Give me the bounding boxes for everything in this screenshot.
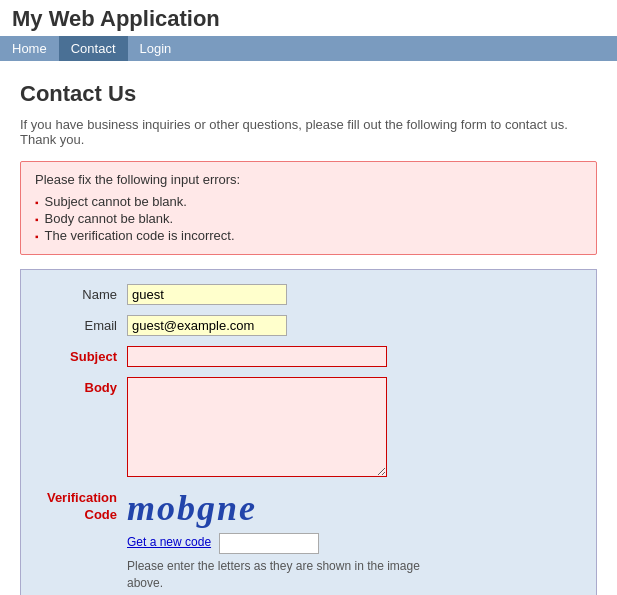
subject-label: Subject [37, 346, 127, 364]
subject-input[interactable] [127, 346, 387, 367]
name-row: Name [37, 284, 580, 305]
main-content: Contact Us If you have business inquirie… [0, 61, 617, 595]
nav-contact[interactable]: Contact [59, 36, 128, 61]
nav-login[interactable]: Login [128, 36, 184, 61]
name-input[interactable] [127, 284, 287, 305]
nav-home[interactable]: Home [0, 36, 59, 61]
intro-text: If you have business inquiries or other … [20, 117, 597, 147]
nav-bar: Home Contact Login [0, 36, 617, 61]
captcha-hint: Please enter the letters as they are sho… [127, 558, 427, 595]
email-input[interactable] [127, 315, 287, 336]
app-title: My Web Application [12, 6, 220, 31]
captcha-row: VerificationCode mobgne Get a new code P… [37, 487, 580, 595]
body-textarea[interactable] [127, 377, 387, 477]
captcha-content: mobgne Get a new code Please enter the l… [127, 487, 427, 595]
error-box: Please fix the following input errors: S… [20, 161, 597, 255]
body-row: Body [37, 377, 580, 477]
email-label: Email [37, 315, 127, 333]
name-label: Name [37, 284, 127, 302]
subject-row: Subject [37, 346, 580, 367]
captcha-label: VerificationCode [37, 487, 127, 524]
error-title: Please fix the following input errors: [35, 172, 582, 187]
captcha-image: mobgne [127, 487, 427, 529]
contact-form: Name Email Subject Body VerificationCode… [20, 269, 597, 595]
body-label: Body [37, 377, 127, 395]
error-item: The verification code is incorrect. [35, 227, 582, 244]
error-item: Body cannot be blank. [35, 210, 582, 227]
email-row: Email [37, 315, 580, 336]
captcha-refresh-link[interactable]: Get a new code [127, 535, 211, 549]
error-item: Subject cannot be blank. [35, 193, 582, 210]
header: My Web Application [0, 0, 617, 36]
captcha-input[interactable] [219, 533, 319, 554]
error-list: Subject cannot be blank.Body cannot be b… [35, 193, 582, 244]
page-title: Contact Us [20, 81, 597, 107]
